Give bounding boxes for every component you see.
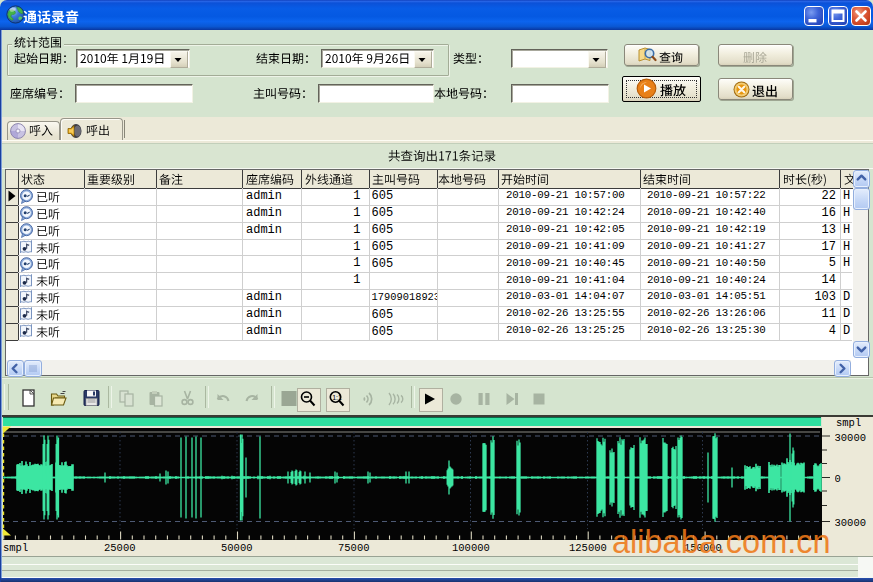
svg-text:1:1: 1:1	[332, 394, 342, 401]
